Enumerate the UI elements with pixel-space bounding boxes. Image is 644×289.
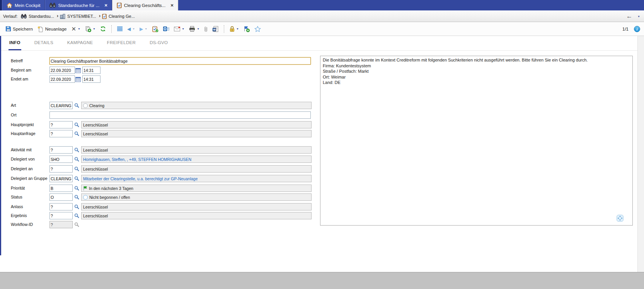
delegiert-an-gruppe-description-field: Mitarbeiter der Clearingstelle, u.a. ber… xyxy=(81,175,312,182)
dropdown-caret-icon[interactable]: ▼ xyxy=(637,15,640,18)
description-text: Nicht begonnen / offen xyxy=(89,195,130,200)
binoculars-icon xyxy=(21,14,27,19)
nav-back-button[interactable]: ◀ ▼ xyxy=(127,26,135,32)
word-export-button[interactable]: W xyxy=(212,25,219,33)
calendar-button[interactable] xyxy=(75,76,81,82)
search-icon[interactable] xyxy=(74,204,79,209)
search-icon[interactable] xyxy=(74,156,79,162)
nav-forward-button[interactable]: ▶ ▼ xyxy=(139,26,148,32)
hauptprojekt-key-input[interactable] xyxy=(49,121,73,128)
search-icon[interactable] xyxy=(74,122,79,127)
type-circle-icon xyxy=(83,103,88,108)
info-icon[interactable]: i xyxy=(634,26,640,32)
prioritaet-description-field: In den nächsten 3 Tagen xyxy=(81,185,312,192)
search-icon[interactable] xyxy=(74,103,79,108)
contact-link[interactable]: Homrighausen, Steffen, , +49, STEFFEN HO… xyxy=(83,157,191,162)
notes-text: Die Bonitätsabfrage konnte im Kontext Cr… xyxy=(320,56,632,87)
anlass-key-input[interactable] xyxy=(49,203,73,210)
art-key-input[interactable] xyxy=(49,102,73,109)
field-label: Art xyxy=(11,103,16,108)
delegiert-an-key-input[interactable] xyxy=(49,165,73,173)
attachment-button[interactable] xyxy=(204,25,208,33)
flag-add-button[interactable] xyxy=(243,25,250,33)
end-time-input[interactable] xyxy=(82,75,101,83)
search-icon[interactable] xyxy=(74,147,79,152)
search-icon xyxy=(74,222,79,227)
outlook-button[interactable] xyxy=(163,25,170,32)
lock-button[interactable]: ▼ xyxy=(229,25,239,33)
delete-button[interactable]: ✕ ▼ xyxy=(71,25,81,32)
list-icon xyxy=(117,26,123,31)
tab-dsgvo[interactable]: DS-GVO xyxy=(149,36,169,50)
star-icon xyxy=(254,26,261,32)
hauptanfrage-key-input[interactable] xyxy=(49,130,73,137)
close-icon[interactable]: × xyxy=(104,3,107,8)
form-row-ort: Ort xyxy=(0,111,320,119)
close-icon[interactable]: × xyxy=(170,3,174,8)
status-key-input[interactable] xyxy=(49,193,73,201)
end-date-input[interactable] xyxy=(49,75,75,83)
group-link[interactable]: Mitarbeiter der Clearingstelle, u.a. ber… xyxy=(83,176,198,181)
form-row-prioritaet: Priorität In den nächsten 3 Tagen xyxy=(0,185,320,192)
tab-kampagne[interactable]: KAMPAGNE xyxy=(66,36,94,50)
move-icon[interactable] xyxy=(617,215,624,222)
search-icon[interactable] xyxy=(74,166,79,171)
search-icon[interactable] xyxy=(74,194,79,200)
field-label: Priorität xyxy=(11,186,25,190)
aktivitaet-mit-key-input[interactable] xyxy=(49,146,73,154)
field-label: Betreff xyxy=(11,58,23,63)
copy-button[interactable]: ▼ xyxy=(85,25,96,33)
ergebnis-key-input[interactable] xyxy=(49,212,73,219)
delegiert-an-gruppe-key-input[interactable] xyxy=(49,175,73,182)
tab-freifelder[interactable]: FREIFELDER xyxy=(106,36,137,50)
breadcrumb-prefix: Verlauf: xyxy=(3,14,17,19)
tab-standardsuche[interactable]: Standardsuche für ... × xyxy=(45,0,112,10)
notes-line: Ort: Weimar xyxy=(323,74,630,80)
history-back-icon[interactable]: ← xyxy=(626,13,632,19)
field-label: Hauptprojekt xyxy=(11,122,34,127)
search-icon[interactable] xyxy=(74,131,79,136)
notes-panel[interactable]: Die Bonitätsabfrage konnte im Kontext Cr… xyxy=(320,56,633,226)
prioritaet-key-input[interactable] xyxy=(49,185,73,192)
tab-clearing[interactable]: Clearing Geschäfts... × xyxy=(112,0,178,10)
task-complete-button[interactable] xyxy=(152,25,159,33)
form-row-delegiert-von: Delegiert von Homrighausen, Steffen, , +… xyxy=(0,156,320,163)
list-view-button[interactable] xyxy=(117,26,123,32)
tab-mein-cockpit[interactable]: Mein Cockpit xyxy=(2,0,45,10)
dropdown-caret-icon: ▼ xyxy=(78,27,80,30)
search-icon[interactable] xyxy=(74,213,79,218)
description-text: In den nächsten 3 Tagen xyxy=(89,186,133,191)
ort-input[interactable] xyxy=(49,111,311,119)
form-row-art: Art Clearing xyxy=(0,102,320,109)
form-row-hauptprojekt: Hauptprojekt Leerschlüssel xyxy=(0,121,320,128)
refresh-button[interactable] xyxy=(100,25,106,32)
delegiert-von-key-input[interactable] xyxy=(49,156,73,163)
tab-label: Mein Cockpit xyxy=(15,3,40,8)
breadcrumb-item-standardsuche[interactable]: Standardsu... xyxy=(21,14,54,19)
email-button[interactable]: ▼ xyxy=(174,26,185,32)
paperclip-icon xyxy=(204,26,208,32)
tab-info[interactable]: INFO xyxy=(9,36,21,50)
start-date-input[interactable] xyxy=(49,67,75,74)
calendar-button[interactable] xyxy=(75,67,81,74)
betreff-input[interactable] xyxy=(49,57,311,65)
favorite-button[interactable] xyxy=(254,25,261,33)
form-row-aktivitaet-mit: Aktivität mit Leerschlüssel xyxy=(0,146,320,154)
new-button[interactable]: Neuanlage xyxy=(37,25,67,33)
notes-line: Firma: Kundentestsystem xyxy=(323,63,630,69)
scrollbar-track[interactable] xyxy=(637,36,644,272)
toolbar: Speichern Neuanlage ✕ ▼ ▼ ◀ ▼ ▶ ▼ xyxy=(0,22,644,36)
form-row-ergebnis: Ergebnis Leerschlüssel xyxy=(0,212,320,219)
breadcrumb-item-systembet[interactable]: SYSTEMBET... xyxy=(60,14,96,19)
save-icon xyxy=(5,26,11,32)
aktivitaet-mit-description-field: Leerschlüssel xyxy=(81,146,312,154)
tab-details[interactable]: DETAILS xyxy=(34,36,54,50)
save-button[interactable]: Speichern xyxy=(5,25,33,32)
start-time-input[interactable] xyxy=(82,67,101,74)
search-icon[interactable] xyxy=(74,176,79,181)
breadcrumb-item-clearing[interactable]: Clearing Ge... xyxy=(102,14,135,19)
search-icon[interactable] xyxy=(74,185,79,191)
field-label: Delegiert von xyxy=(11,157,35,161)
print-button[interactable]: ▼ xyxy=(189,25,200,32)
field-label: Status xyxy=(11,195,22,199)
